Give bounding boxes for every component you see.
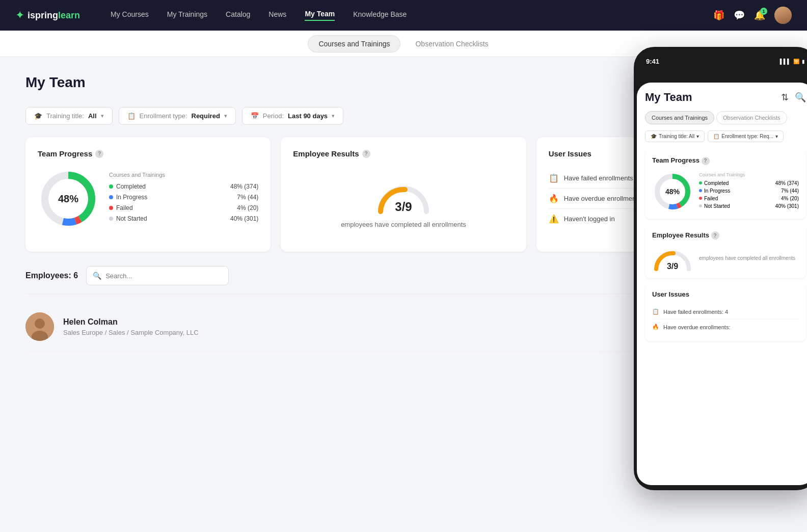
phone-notch: 9:41 ▌▌▌ 🛜 ▮ <box>637 54 807 68</box>
phone-tab-courses[interactable]: Courses and Trainings <box>645 111 714 124</box>
phone-completed-dot <box>699 181 702 184</box>
in-progress-dot <box>109 195 113 199</box>
employee-results-card: Employee Results ? 3/9 employees have co… <box>281 137 526 252</box>
phone-emp-results-content: 3/9 employees have completed all enrollm… <box>652 246 799 271</box>
page-title: My Team <box>25 74 86 91</box>
logo[interactable]: ✦ ispringlearn <box>15 9 80 22</box>
phone-donut-center: 48% <box>665 188 680 196</box>
phone-time: 9:41 <box>646 58 659 65</box>
filter-enrollment-type[interactable]: 📋 Enrollment type: Required ▾ <box>119 107 236 125</box>
filter-enrollment-label: Enrollment type: <box>140 112 187 120</box>
phone-issue-failed[interactable]: 📋 Have failed enrollments: 4 <box>652 304 799 320</box>
employee-avatar <box>25 312 54 341</box>
phone-title: My Team <box>645 91 692 104</box>
filter-training-title[interactable]: 🎓 Training title: All ▾ <box>25 107 113 125</box>
phone-header: My Team ⇅ 🔍 <box>645 91 806 104</box>
help-icon-2[interactable]: ? <box>362 150 370 158</box>
phone-filter-enrollment[interactable]: 📋 Enrollment type: Req... ▾ <box>708 130 784 142</box>
phone-team-progress-title: Team Progress ? <box>652 156 799 165</box>
filter-training-label: Training title: <box>46 112 84 120</box>
donut-center: 48% <box>58 193 78 205</box>
phone-filter-training-icon: 🎓 <box>651 134 657 139</box>
phone-failed-icon: 📋 <box>652 308 659 315</box>
filter-period-label: Period: <box>263 112 284 120</box>
filter-training-value: All <box>88 112 97 120</box>
nav-my-trainings[interactable]: My Trainings <box>167 10 207 20</box>
phone-legend-not-started: Not Started 40% (301) <box>699 203 799 209</box>
legend-in-progress: In Progress 7% (44) <box>109 194 258 201</box>
search-icon: 🔍 <box>93 272 101 280</box>
phone-search-icon[interactable]: 🔍 <box>795 92 806 103</box>
phone-emp-results-card: Employee Results ? 3/9 employees have co… <box>645 224 806 279</box>
phone-legend-in-progress: In Progress 7% (44) <box>699 188 799 194</box>
phone-user-issues-title: User Issues <box>652 290 799 298</box>
phone-header-icons: ⇅ 🔍 <box>781 92 806 103</box>
nav-knowledge-base[interactable]: Knowledge Base <box>353 10 407 20</box>
message-icon-btn[interactable]: 💬 <box>734 10 745 21</box>
legend-not-started: Not Started 40% (301) <box>109 215 258 222</box>
logo-icon: ✦ <box>15 9 24 22</box>
phone-donut-chart: 48% <box>652 171 693 212</box>
phone-emp-subtitle: employees have completed all enrollments <box>699 255 795 262</box>
phone-donut-section: 48% Courses and Trainings Completed 48% … <box>652 171 799 212</box>
avatar[interactable] <box>774 7 792 24</box>
phone-help-icon[interactable]: ? <box>702 157 710 165</box>
logo-learn: learn <box>58 10 80 20</box>
phone-not-started-dot <box>699 204 702 207</box>
gift-icon-btn[interactable]: 🎁 <box>713 10 724 21</box>
gauge-number: 3/9 <box>395 200 412 214</box>
phone-legend: Courses and Trainings Completed 48% (374… <box>699 172 799 211</box>
team-progress-title: Team Progress ? <box>38 149 258 158</box>
filter-period[interactable]: 📅 Period: Last 90 days ▾ <box>242 107 343 125</box>
chevron-down-icon: ▾ <box>101 113 104 119</box>
nav-catalog[interactable]: Catalog <box>226 10 250 20</box>
avatar-image <box>774 7 792 24</box>
phone-screen: My Team ⇅ 🔍 Courses and Trainings Observ… <box>637 83 807 485</box>
phone-inner: My Team ⇅ 🔍 Courses and Trainings Observ… <box>637 83 807 485</box>
phone-status: ▌▌▌ 🛜 ▮ <box>780 59 805 64</box>
signal-icon: ▌▌▌ <box>780 59 791 64</box>
nav-my-team[interactable]: My Team <box>305 10 335 21</box>
legend-completed: Completed 48% (374) <box>109 183 258 190</box>
failed-enrollment-icon: 📋 <box>549 173 559 183</box>
phone-help-icon-2[interactable]: ? <box>711 231 719 240</box>
not-started-dot <box>109 217 113 221</box>
phone-failed-dot <box>699 197 702 200</box>
phone-pill <box>700 68 751 79</box>
phone-issue-overdue[interactable]: 🔥 Have overdue enrollments: <box>652 320 799 334</box>
employees-count-label: Employees: 6 <box>25 271 78 280</box>
tab-observation-checklists[interactable]: Observation Checklists <box>405 35 499 52</box>
filter-period-value: Last 90 days <box>288 112 328 120</box>
nav-news[interactable]: News <box>268 10 286 20</box>
chevron-down-icon-2: ▾ <box>224 113 227 119</box>
logo-text: ispringlearn <box>28 10 80 21</box>
team-progress-card: Team Progress ? 48% <box>25 137 271 252</box>
phone-tabs: Courses and Trainings Observation Checkl… <box>645 111 806 124</box>
search-input-wrap[interactable]: 🔍 <box>86 266 229 285</box>
phone-tab-observation[interactable]: Observation Checklists <box>716 111 787 124</box>
chevron-icon-2: ▾ <box>775 134 778 139</box>
nav-my-courses[interactable]: My Courses <box>111 10 149 20</box>
phone-user-issues-card: User Issues 📋 Have failed enrollments: 4… <box>645 283 806 341</box>
nav-links: My Courses My Trainings Catalog News My … <box>111 10 713 21</box>
overdue-enrollment-icon: 🔥 <box>549 194 559 203</box>
legend-title: Courses and Trainings <box>109 172 258 178</box>
phone-gauge-num: 3/9 <box>667 262 678 271</box>
phone-gauge: 3/9 <box>652 246 693 271</box>
legend-failed: Failed 4% (20) <box>109 204 258 211</box>
failed-dot <box>109 206 113 210</box>
tab-courses-trainings[interactable]: Courses and Trainings <box>308 35 400 52</box>
phone-team-progress-card: Team Progress ? 48% <box>645 149 806 219</box>
help-icon[interactable]: ? <box>95 150 103 158</box>
emp-results-content: 3/9 employees have completed all enrollm… <box>293 168 514 240</box>
logo-spring: ispring <box>28 10 58 20</box>
notification-badge: 1 <box>760 8 767 15</box>
gauge-chart: 3/9 <box>375 178 432 214</box>
phone-mockup: 9:41 ▌▌▌ 🛜 ▮ My Team ⇅ 🔍 Courses and Tra… <box>634 47 807 490</box>
notification-icon-btn[interactable]: 🔔 1 <box>754 10 765 21</box>
chevron-icon: ▾ <box>696 134 699 139</box>
employee-results-title: Employee Results ? <box>293 149 514 158</box>
phone-filter-training[interactable]: 🎓 Training title: All ▾ <box>645 130 705 142</box>
phone-sort-icon[interactable]: ⇅ <box>781 92 789 103</box>
search-input[interactable] <box>105 272 222 280</box>
